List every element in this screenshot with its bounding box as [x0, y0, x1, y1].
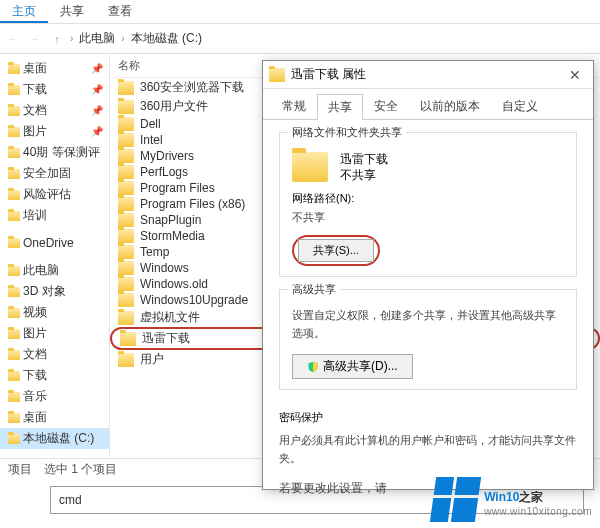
tree-item-label: 本地磁盘 (C:) [23, 430, 94, 447]
share-status: 不共享 [340, 167, 388, 183]
tree-item[interactable]: 音乐 [0, 386, 109, 407]
folder-icon [8, 266, 20, 276]
breadcrumb-pc[interactable]: 此电脑 [79, 30, 115, 47]
folder-icon [118, 277, 134, 291]
folder-name: Windows.old [140, 277, 208, 291]
tree-item[interactable]: 下载📌 [0, 79, 109, 100]
ribbon-tab-share[interactable]: 共享 [48, 0, 96, 23]
tree-item-label: 音乐 [23, 388, 47, 405]
ribbon-tab-home[interactable]: 主页 [0, 0, 48, 23]
nav-bar: ← → ↑ › 此电脑 › 本地磁盘 (C:) [0, 24, 600, 54]
folder-icon [8, 392, 20, 402]
nav-tree[interactable]: 桌面📌下载📌文档📌图片📌40期 等保测评安全加固风险评估培训OneDrive此电… [0, 54, 110, 458]
group-title: 网络文件和文件夹共享 [288, 125, 406, 140]
folder-name: Program Files (x86) [140, 197, 245, 211]
folder-icon [118, 197, 134, 211]
folder-name: StormMedia [140, 229, 205, 243]
windows-logo-icon [430, 477, 481, 522]
folder-name: Temp [140, 245, 169, 259]
tree-item-label: 3D 对象 [23, 283, 66, 300]
folder-icon [118, 100, 134, 114]
folder-icon [118, 181, 134, 195]
folder-icon [118, 213, 134, 227]
tree-item[interactable]: 此电脑 [0, 260, 109, 281]
tree-item[interactable] [0, 226, 109, 234]
folder-icon [8, 329, 20, 339]
dialog-titlebar: 迅雷下载 属性 ✕ [263, 61, 593, 89]
pin-icon: 📌 [91, 63, 107, 74]
tree-item[interactable]: 图片📌 [0, 121, 109, 142]
folder-icon [292, 152, 328, 182]
ribbon-tab-view[interactable]: 查看 [96, 0, 144, 23]
breadcrumb-drive[interactable]: 本地磁盘 (C:) [131, 30, 202, 47]
tree-item[interactable]: 图片 [0, 323, 109, 344]
folder-icon [8, 106, 20, 116]
folder-name: 虚拟机文件 [140, 309, 200, 326]
folder-icon [8, 85, 20, 95]
folder-name: 360安全浏览器下载 [140, 79, 244, 96]
share-button[interactable]: 共享(S)... [298, 239, 374, 262]
tree-item[interactable]: 培训 [0, 205, 109, 226]
folder-icon [8, 434, 20, 444]
nav-forward-button[interactable]: → [26, 30, 44, 48]
folder-name: MyDrivers [140, 149, 194, 163]
tree-item-label: 40期 等保测评 [23, 144, 100, 161]
tree-item-label: 文档 [23, 346, 47, 363]
folder-name: PerfLogs [140, 165, 188, 179]
folder-name: 用户 [140, 351, 164, 368]
advanced-share-button[interactable]: 高级共享(D)... [292, 354, 413, 379]
tab-general[interactable]: 常规 [271, 93, 317, 119]
properties-dialog: 迅雷下载 属性 ✕ 常规 共享 安全 以前的版本 自定义 网络文件和文件夹共享 … [262, 60, 594, 490]
tree-item[interactable] [0, 252, 109, 260]
tab-previous-versions[interactable]: 以前的版本 [409, 93, 491, 119]
network-path-value: 不共享 [292, 210, 564, 225]
tree-item[interactable]: 风险评估 [0, 184, 109, 205]
nav-back-button[interactable]: ← [4, 30, 22, 48]
tree-item[interactable]: 40期 等保测评 [0, 142, 109, 163]
folder-name: Program Files [140, 181, 215, 195]
tree-item[interactable]: 3D 对象 [0, 281, 109, 302]
ribbon-tabs: 主页 共享 查看 [0, 0, 600, 24]
folder-icon [118, 81, 134, 95]
tab-customize[interactable]: 自定义 [491, 93, 549, 119]
folder-name: Intel [140, 133, 163, 147]
folder-icon [118, 117, 134, 131]
tree-item[interactable]: OneDrive [0, 234, 109, 252]
tree-item[interactable]: 文档 [0, 344, 109, 365]
folder-icon [118, 261, 134, 275]
folder-icon [118, 229, 134, 243]
breadcrumb[interactable]: › 此电脑 › 本地磁盘 (C:) [70, 30, 202, 47]
folder-icon [8, 211, 20, 221]
watermark-brand: Win10之家 [484, 483, 592, 506]
tree-item[interactable]: 本地磁盘 (C:) [0, 428, 109, 449]
watermark: Win10之家 www.win10xitong.com [433, 477, 592, 522]
tree-item[interactable]: 下载 [0, 365, 109, 386]
group-title: 高级共享 [288, 282, 340, 297]
tab-sharing[interactable]: 共享 [317, 94, 363, 120]
tree-item-label: 视频 [23, 304, 47, 321]
tree-item-label: 培训 [23, 207, 47, 224]
status-item-count: 项目 [8, 461, 32, 478]
folder-icon [8, 127, 20, 137]
tree-item-label: 风险评估 [23, 186, 71, 203]
folder-icon [8, 64, 20, 74]
close-button[interactable]: ✕ [563, 67, 587, 83]
tree-item-label: 桌面 [23, 409, 47, 426]
tree-item[interactable]: 视频 [0, 302, 109, 323]
nav-up-button[interactable]: ↑ [48, 30, 66, 48]
group-title: 密码保护 [279, 410, 577, 425]
tree-item-label: 此电脑 [23, 262, 59, 279]
tree-item[interactable]: 桌面 [0, 407, 109, 428]
folder-icon [118, 133, 134, 147]
folder-icon [118, 311, 134, 325]
folder-icon [8, 287, 20, 297]
tab-security[interactable]: 安全 [363, 93, 409, 119]
tree-item[interactable]: 桌面📌 [0, 58, 109, 79]
folder-name: SnapPlugin [140, 213, 201, 227]
tree-item-label: 桌面 [23, 60, 47, 77]
watermark-url: www.win10xitong.com [484, 506, 592, 517]
folder-icon [8, 413, 20, 423]
tree-item[interactable]: 文档📌 [0, 100, 109, 121]
share-folder-name: 迅雷下载 [340, 151, 388, 167]
tree-item[interactable]: 安全加固 [0, 163, 109, 184]
